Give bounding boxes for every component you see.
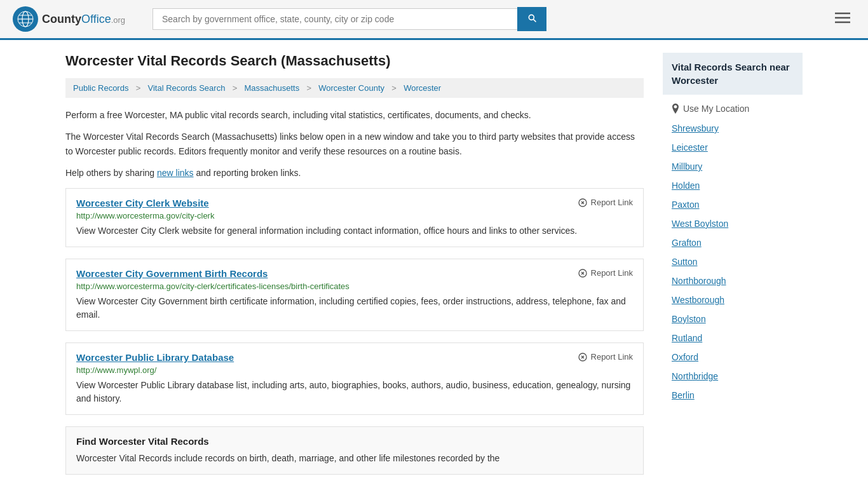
description-2: The Worcester Vital Records Search (Mass… <box>65 130 644 158</box>
search-area <box>153 7 546 31</box>
resource-desc-0: View Worcester City Clerk website for ge… <box>76 224 633 238</box>
breadcrumb: Public Records > Vital Records Search > … <box>65 78 644 98</box>
logo-area: CountyOffice.org <box>13 6 140 32</box>
content-area: Worcester Vital Records Search (Massachu… <box>65 53 644 475</box>
new-links-link[interactable]: new links <box>157 168 194 178</box>
page-title: Worcester Vital Records Search (Massachu… <box>65 53 644 69</box>
sidebar-link-northbridge[interactable]: Northbridge <box>663 367 803 386</box>
report-link-2[interactable]: Report Link <box>578 352 633 362</box>
sidebar-link-leicester[interactable]: Leicester <box>663 138 803 157</box>
use-my-location[interactable]: Use My Location <box>663 98 803 119</box>
sidebar-link-west-boylston[interactable]: West Boylston <box>663 214 803 233</box>
breadcrumb-worcester[interactable]: Worcester <box>403 83 441 93</box>
sidebar-link-sutton[interactable]: Sutton <box>663 252 803 271</box>
use-my-location-label: Use My Location <box>683 104 749 114</box>
search-button[interactable] <box>517 7 546 31</box>
sidebar-link-oxford[interactable]: Oxford <box>663 348 803 367</box>
resource-url-1[interactable]: http://www.worcesterma.gov/city-clerk/ce… <box>76 281 633 291</box>
site-header: CountyOffice.org <box>0 0 868 40</box>
sidebar-link-paxton[interactable]: Paxton <box>663 195 803 214</box>
main-container: Worcester Vital Records Search (Massachu… <box>53 40 815 487</box>
report-link-1[interactable]: Report Link <box>578 268 633 278</box>
report-link-0[interactable]: Report Link <box>578 198 633 208</box>
logo-icon <box>13 6 38 32</box>
resource-desc-1: View Worcester City Government birth cer… <box>76 295 633 322</box>
resource-card-0: Worcester City Clerk Website Report Link… <box>65 188 644 247</box>
resource-title-0[interactable]: Worcester City Clerk Website <box>76 198 209 208</box>
breadcrumb-massachusetts[interactable]: Massachusetts <box>244 83 299 93</box>
find-section: Find Worcester Vital Records Worcester V… <box>65 426 644 475</box>
resource-title-2[interactable]: Worcester Public Library Database <box>76 352 234 363</box>
sidebar-link-millbury[interactable]: Millbury <box>663 157 803 176</box>
description-3: Help others by sharing new links and rep… <box>65 166 644 180</box>
description-1: Perform a free Worcester, MA public vita… <box>65 108 644 122</box>
resource-url-2[interactable]: http://www.mywpl.org/ <box>76 365 633 375</box>
sidebar-link-shrewsbury[interactable]: Shrewsbury <box>663 119 803 138</box>
logo-text: CountyOffice.org <box>42 13 125 26</box>
resource-desc-2: View Worcester Public Library database l… <box>76 379 633 405</box>
breadcrumb-public-records[interactable]: Public Records <box>73 83 128 93</box>
sidebar-link-boylston[interactable]: Boylston <box>663 309 803 329</box>
breadcrumb-vital-records-search[interactable]: Vital Records Search <box>148 83 226 93</box>
resource-title-1[interactable]: Worcester City Government Birth Records <box>76 268 268 279</box>
sidebar-link-northborough[interactable]: Northborough <box>663 271 803 290</box>
find-section-title: Find Worcester Vital Records <box>76 436 633 447</box>
sidebar-link-westborough[interactable]: Westborough <box>663 290 803 309</box>
resource-card-2: Worcester Public Library Database Report… <box>65 342 644 415</box>
sidebar: Vital Records Search near Worcester Use … <box>663 53 803 475</box>
resource-url-0[interactable]: http://www.worcesterma.gov/city-clerk <box>76 211 633 220</box>
sidebar-header: Vital Records Search near Worcester <box>663 53 803 95</box>
find-section-desc: Worcester Vital Records include records … <box>76 452 633 465</box>
sidebar-link-grafton[interactable]: Grafton <box>663 233 803 252</box>
menu-button[interactable] <box>830 8 855 30</box>
search-input[interactable] <box>153 8 517 30</box>
sidebar-link-berlin[interactable]: Berlin <box>663 386 803 405</box>
sidebar-link-holden[interactable]: Holden <box>663 176 803 195</box>
sidebar-link-rutland[interactable]: Rutland <box>663 329 803 348</box>
resource-card-1: Worcester City Government Birth Records … <box>65 259 644 331</box>
breadcrumb-worcester-county[interactable]: Worcester County <box>318 83 384 93</box>
